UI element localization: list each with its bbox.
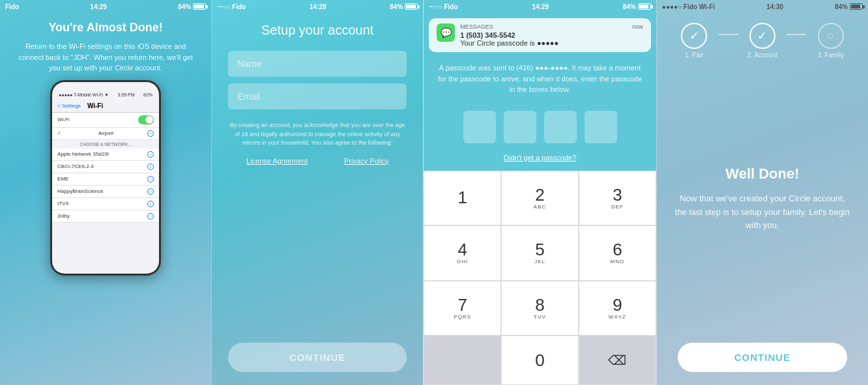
key-number-7: 7 [457, 296, 467, 313]
notif-content: MESSAGES now 1 (503) 345-5542 Your Circl… [460, 23, 643, 47]
key-7[interactable]: 7 PQRS [424, 281, 501, 336]
step-2: ✓ 2. Account [738, 23, 787, 59]
continue-button[interactable]: CONTINUE [678, 343, 846, 372]
battery-3: 84% [623, 3, 636, 10]
wifi-list: Wi-Fi ✓ Airport i CHOOSE A NETWORK... Ap… [52, 113, 159, 223]
name-input[interactable] [228, 51, 407, 77]
panel-almost-done: Fido 14:29 84% You're Almost Done! Retur… [0, 0, 211, 385]
network-row-2[interactable]: EME i [52, 173, 159, 186]
passcode-box-2[interactable] [504, 111, 536, 143]
resend-link: Didn't get a passcode? [424, 149, 656, 171]
key-3[interactable]: 3 DEF [579, 171, 656, 226]
step-connector-1 [719, 34, 738, 35]
panel-passcode: ···○○ Fido 14:29 84% 💬 MESSAGES now 1 (5… [423, 0, 656, 385]
battery-icon-1 [193, 3, 206, 10]
airport-info[interactable]: i [147, 130, 154, 137]
network-name-2: EME [57, 176, 68, 182]
passcode-box-1[interactable] [463, 111, 496, 143]
network-row-0[interactable]: Apple Network 35d23f i [52, 149, 159, 161]
key-number-6: 6 [613, 241, 622, 258]
keypad: 1 2 ABC 3 DEF 4 GHI 5 JKL 6 MNO 7 PQRS 8 [424, 171, 656, 386]
carrier-4: ●●●●○ Fido Wi-Fi [662, 3, 715, 10]
steps-row: ✓ 1. Pair ✓ 2. Account ○ 3. Family [657, 13, 868, 65]
battery-4: 84% [835, 3, 848, 10]
passcode-box-3[interactable] [544, 111, 577, 143]
links-row: License Agreement Privacy Policy [228, 157, 407, 165]
status-bar-1: Fido 14:29 84% [0, 0, 211, 13]
network-info-1[interactable]: i [147, 164, 154, 170]
panel-well-done: ●●●●○ Fido Wi-Fi 14:30 84% ✓ 1. Pair ✓ 2… [656, 0, 868, 385]
key-4[interactable]: 4 GHI [424, 225, 501, 281]
well-done-content: Well Done! Now that we've created your C… [657, 65, 868, 333]
status-bar-3: ···○○ Fido 14:29 84% [424, 0, 656, 13]
key-2[interactable]: 2 ABC [501, 171, 579, 226]
license-agreement-link[interactable]: License Agreement [246, 157, 308, 165]
network-row-5[interactable]: Jolby i [52, 210, 159, 223]
key-number-4: 4 [457, 241, 467, 258]
key-1[interactable]: 1 [424, 171, 501, 226]
almost-done-title: You're Almost Done! [13, 21, 198, 35]
resend-link-text[interactable]: Didn't get a passcode? [504, 154, 577, 162]
time-3: 14:29 [532, 3, 549, 10]
passcode-box-4[interactable] [585, 111, 617, 143]
privacy-policy-link[interactable]: Privacy Policy [344, 157, 388, 165]
network-info-2[interactable]: i [147, 176, 154, 182]
phone-back-btn[interactable]: < Settings [57, 103, 81, 109]
email-input[interactable] [228, 83, 407, 109]
well-done-title: Well Done! [673, 165, 852, 182]
key-letters-2: ABC [534, 204, 546, 210]
wifi-label: Wi-Fi [57, 117, 70, 122]
network-name-5: Jolby [57, 213, 70, 219]
notif-sender: 1 (503) 345-5542 [460, 31, 643, 39]
phone-mockup: ●●●●● T-Mobile Wi-Fi ▼ 3:39 PM 82% < Set… [50, 80, 161, 276]
network-row-3[interactable]: HappyBrainScience i [52, 186, 159, 198]
panel-3-top: 💬 MESSAGES now 1 (503) 345-5542 Your Cir… [424, 13, 656, 171]
notif-app: MESSAGES [460, 23, 493, 30]
carrier-2: ···○○ Fido [217, 3, 246, 10]
wifi-section-header: CHOOSE A NETWORK... [52, 140, 159, 149]
phone-carrier: ●●●●● T-Mobile Wi-Fi ▼ [59, 93, 109, 97]
phone-status-bar: ●●●●● T-Mobile Wi-Fi ▼ 3:39 PM 82% [52, 93, 159, 97]
time-2: 14:29 [310, 3, 326, 10]
key-0[interactable]: 0 [501, 335, 579, 385]
key-number-1: 1 [457, 189, 467, 206]
key-5[interactable]: 5 JKL [501, 225, 579, 281]
network-info-5[interactable]: i [147, 213, 154, 220]
battery-icon-3 [638, 3, 651, 10]
network-row-1[interactable]: CBCI-7CE6-2.4 i [52, 161, 159, 173]
key-number-8: 8 [535, 296, 544, 313]
key-delete[interactable]: ⌫ [579, 335, 656, 385]
wifi-toggle[interactable] [138, 115, 154, 124]
phone-time: 3:39 PM [117, 93, 134, 97]
key-letters-9: WXYZ [609, 314, 626, 320]
airport-name: Airport [65, 130, 147, 136]
key-number-2: 2 [535, 186, 544, 203]
step-1-circle: ✓ [681, 23, 707, 49]
passcode-description: A passcode was sent to (416) ●●●-●●●●. I… [424, 57, 656, 103]
well-done-body: Now that we've created your Circle accou… [673, 192, 852, 233]
network-info-0[interactable]: i [147, 151, 154, 158]
notification-bar: 💬 MESSAGES now 1 (503) 345-5542 Your Cir… [429, 18, 651, 52]
battery-2: 84% [390, 3, 403, 10]
key-letters-4: GHI [457, 259, 468, 264]
key-number-9: 9 [613, 296, 622, 313]
status-bar-2: ···○○ Fido 14:29 84% [212, 0, 423, 13]
key-letters-5: JKL [534, 259, 545, 264]
network-row-4[interactable]: ITVX i [52, 198, 159, 210]
key-8[interactable]: 8 TUV [501, 281, 579, 336]
delete-icon: ⌫ [608, 352, 626, 368]
network-info-3[interactable]: i [147, 188, 154, 195]
step-2-circle: ✓ [749, 23, 775, 49]
step-2-label: 2. Account [747, 51, 778, 59]
key-6[interactable]: 6 MNO [579, 225, 656, 281]
key-9[interactable]: 9 WXYZ [579, 281, 656, 336]
key-empty [424, 335, 501, 385]
phone-nav-bar: < Settings Wi-Fi [52, 100, 159, 113]
setup-account-content: Setup your account By creating an accoun… [212, 13, 423, 385]
notif-time: now [632, 23, 643, 30]
network-info-4[interactable]: i [147, 201, 154, 207]
continue-button-disabled[interactable]: CONTINUE [228, 343, 407, 372]
network-name-3: HappyBrainScience [57, 188, 103, 194]
disclaimer-text: By creating an account, you acknowledge … [228, 121, 407, 148]
carrier-1: Fido [5, 3, 19, 10]
